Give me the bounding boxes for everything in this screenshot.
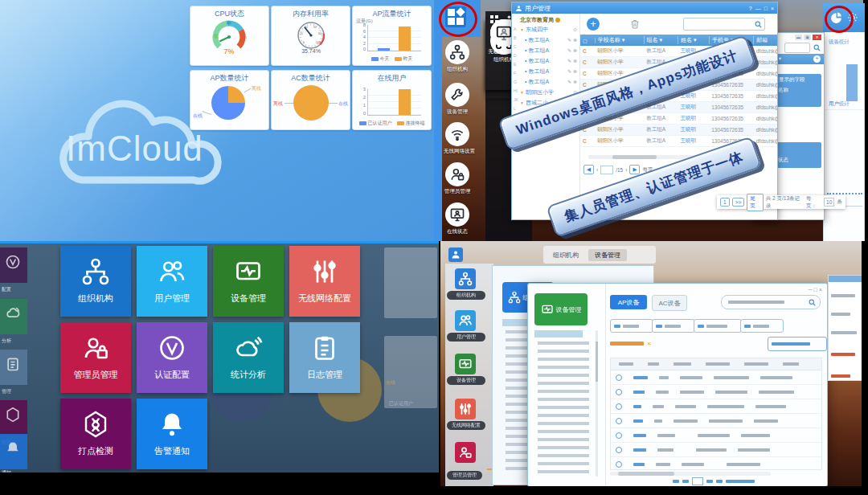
device-search-input[interactable]: [721, 295, 821, 309]
partial-tile[interactable]: [0, 400, 27, 436]
device-tree-rows[interactable]: [538, 342, 589, 477]
window-controls[interactable]: ─ □ ×: [809, 287, 822, 292]
tree-group[interactable]: ▼东城四中⊙: [512, 24, 579, 35]
tree-root[interactable]: 北京市教育局: [512, 14, 579, 24]
tile-devices[interactable]: 设备管理: [213, 246, 284, 317]
device-row[interactable]: [611, 385, 821, 399]
device-pager[interactable]: [673, 477, 755, 485]
vertical-scrollbar[interactable]: [596, 330, 598, 477]
next-page[interactable]: ›: [625, 167, 627, 173]
stats-item-device[interactable]: 设备统计: [824, 32, 864, 46]
desktop-icon-wireless[interactable]: 无线网络设置: [444, 122, 471, 155]
device-table-header[interactable]: [611, 358, 821, 370]
svg-text:低: 低: [214, 34, 219, 39]
bar-terminals: [399, 89, 411, 115]
search-icon[interactable]: [755, 21, 762, 28]
svg-text:80: 80: [318, 32, 321, 35]
partial-tile[interactable]: [0, 248, 27, 283]
partial-tile-label: 管理: [2, 388, 11, 395]
add-column-icon[interactable]: +: [813, 55, 821, 63]
close-button[interactable]: ×: [771, 6, 774, 11]
ap-count-card: AP数量统计 离线 在线: [190, 70, 269, 130]
search-icon[interactable]: [813, 44, 821, 51]
tree-selection[interactable]: [534, 330, 583, 338]
search-input[interactable]: [784, 43, 810, 53]
ap-pie-chart: [211, 86, 245, 120]
tile-org[interactable]: 组织机构: [60, 246, 131, 317]
device-row[interactable]: [611, 414, 821, 428]
tile-launcher-panel: 在线 已认证用户 配置 分析 管理 检测 通知 组织机构 用户管理 设备管理 无…: [0, 241, 439, 495]
desktop-icon-online[interactable]: 在线状态: [444, 202, 471, 235]
ac-devices-button[interactable]: AC设备: [652, 295, 687, 311]
sidebar-icon-users[interactable]: [455, 310, 476, 331]
tree-leaf[interactable]: •教工组A✎⊗: [512, 55, 579, 66]
first-page-button[interactable]: ◀: [583, 165, 594, 174]
tile-alerts[interactable]: 告警通知: [137, 399, 207, 469]
tile-statistics[interactable]: 统计分析: [213, 322, 284, 393]
tile-probe[interactable]: 打点检测: [60, 399, 131, 469]
tree-leaf[interactable]: •教工组A✎⊗: [512, 76, 579, 87]
desktop-icon-org[interactable]: 组织机构: [444, 40, 471, 73]
search-input[interactable]: [683, 18, 765, 31]
tab-devices[interactable]: 设备管理: [588, 249, 627, 261]
device-panel-header[interactable]: 设备管理: [534, 293, 588, 325]
page-number[interactable]: 1: [720, 198, 730, 207]
device-row[interactable]: [611, 443, 821, 457]
tile-logs[interactable]: 日志管理: [289, 322, 360, 393]
delete-icon[interactable]: ⊗: [573, 37, 577, 43]
sidebar-icon-admins[interactable]: [455, 442, 476, 463]
action-button[interactable]: [610, 319, 653, 333]
app-icon[interactable]: [448, 248, 463, 262]
stats-item-user[interactable]: 用户统计: [824, 46, 864, 108]
pie-label-offline: 离线: [273, 100, 283, 108]
action-button[interactable]: [652, 319, 695, 333]
close-button[interactable]: ✕: [813, 35, 821, 40]
device-row[interactable]: [611, 428, 821, 443]
last-page-button[interactable]: 尾页: [747, 194, 764, 211]
action-button[interactable]: [694, 319, 742, 333]
partial-tile[interactable]: [0, 350, 27, 385]
action-button[interactable]: [740, 319, 784, 333]
prev-page[interactable]: ‹: [596, 167, 598, 173]
device-row[interactable]: [611, 399, 821, 414]
device-management-panel: 组织机构 设备管理 组织机构 用户管理 设备管理 无线网络配置 管理员管理 组织…: [440, 241, 868, 495]
maximize-button[interactable]: □: [764, 6, 768, 11]
selected-filter-note[interactable]: ×: [610, 340, 651, 347]
tree-leaf[interactable]: •教工组A✎⊗: [512, 66, 579, 76]
page-input[interactable]: [600, 166, 613, 174]
add-user-button[interactable]: +: [587, 18, 600, 31]
device-row[interactable]: [611, 457, 821, 471]
maximize-button[interactable]: ▣: [804, 35, 811, 40]
partial-tile[interactable]: [0, 434, 27, 469]
desktop-icon-admin[interactable]: 管理员管理: [444, 162, 471, 195]
window-titlebar[interactable]: 用户管理 ? — □ ×: [512, 2, 777, 14]
tree-leaf[interactable]: •教工组A✎⊗: [512, 45, 579, 55]
pie-label-online: 在线: [193, 112, 203, 120]
search-icon[interactable]: [809, 299, 816, 306]
tab-org[interactable]: 组织机构: [547, 249, 585, 261]
table-row[interactable]: C朝阳区小学教工组A王晓明13045672635dfdsuhk@: [580, 125, 777, 136]
tile-admins[interactable]: 管理员管理: [60, 322, 131, 393]
tree-leaf[interactable]: •教工组A✎⊗: [512, 35, 579, 45]
tile-users[interactable]: 用户管理: [137, 246, 207, 317]
per-page-input[interactable]: 10: [824, 198, 835, 207]
ap-devices-button[interactable]: AP设备: [610, 295, 647, 309]
next-pages-button[interactable]: >>: [732, 198, 745, 207]
edit-icon[interactable]: ✎: [567, 37, 571, 43]
sidebar-icon-org[interactable]: [455, 268, 476, 289]
device-row[interactable]: [611, 370, 821, 385]
sidebar-icon-wireless[interactable]: [455, 399, 476, 419]
desktop-icon-device[interactable]: 设备管理: [444, 83, 471, 116]
minimize-button[interactable]: ▬: [795, 35, 802, 40]
last-page-button[interactable]: ▶: [629, 165, 640, 174]
delete-users-icon[interactable]: [630, 18, 640, 30]
sync-button[interactable]: [768, 337, 827, 351]
tile-wireless-config[interactable]: 无线网络配置: [289, 246, 360, 317]
horizontal-scrollbar[interactable]: [610, 472, 771, 476]
sidebar-icon-devices[interactable]: [455, 354, 476, 374]
faded-widget: [384, 336, 437, 408]
tile-auth-config[interactable]: 认证配置: [137, 322, 207, 393]
help-button[interactable]: ?: [749, 6, 752, 11]
minimize-button[interactable]: —: [755, 6, 761, 11]
partial-tile[interactable]: [0, 299, 27, 334]
